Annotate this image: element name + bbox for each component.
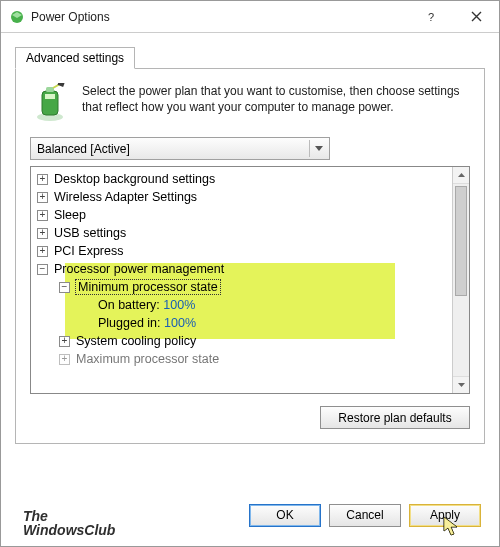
watermark-brand: The WindowsClub xyxy=(23,509,115,538)
value-on-battery[interactable]: 100% xyxy=(163,298,195,312)
tree-label: Wireless Adapter Settings xyxy=(54,190,197,204)
titlebar: Power Options ? xyxy=(1,1,499,33)
tree-item-max-processor-state[interactable]: + Maximum processor state xyxy=(37,350,469,368)
restore-defaults-button[interactable]: Restore plan defaults xyxy=(320,406,470,429)
tab-panel: Select the power plan that you want to c… xyxy=(15,68,485,444)
close-button[interactable] xyxy=(454,1,499,33)
expand-icon[interactable]: + xyxy=(37,228,48,239)
tree-label: PCI Express xyxy=(54,244,123,258)
spacer xyxy=(81,300,92,311)
expand-icon[interactable]: + xyxy=(37,210,48,221)
tree-item-min-processor-state[interactable]: − Minimum processor state xyxy=(37,278,469,296)
button-label: Restore plan defaults xyxy=(338,411,451,425)
tree-value-plugged-in[interactable]: Plugged in: 100% xyxy=(37,314,469,332)
tree-label: Processor power management xyxy=(54,262,224,276)
expand-icon[interactable]: + xyxy=(37,174,48,185)
tree-label: Sleep xyxy=(54,208,86,222)
svg-rect-6 xyxy=(57,83,64,87)
brand-line1: The xyxy=(23,509,115,524)
svg-rect-5 xyxy=(45,94,55,99)
tree-label: System cooling policy xyxy=(76,334,196,348)
tree-label: Desktop background settings xyxy=(54,172,215,186)
button-label: OK xyxy=(276,508,293,522)
apply-button[interactable]: Apply xyxy=(409,504,481,527)
intro-row: Select the power plan that you want to c… xyxy=(30,83,470,123)
expand-icon[interactable]: + xyxy=(37,246,48,257)
button-label: Cancel xyxy=(346,508,383,522)
scroll-down-icon[interactable] xyxy=(453,376,469,393)
settings-tree[interactable]: + Desktop background settings + Wireless… xyxy=(30,166,470,394)
tab-strip: Advanced settings xyxy=(15,43,485,69)
ok-button[interactable]: OK xyxy=(249,504,321,527)
tree-label: USB settings xyxy=(54,226,126,240)
tree-value-on-battery[interactable]: On battery: 100% xyxy=(37,296,469,314)
tree-label: Maximum processor state xyxy=(76,352,219,366)
window-title: Power Options xyxy=(31,10,409,24)
svg-text:?: ? xyxy=(428,11,434,23)
tree-item-desktop-background[interactable]: + Desktop background settings xyxy=(37,170,469,188)
tree-item-pci-express[interactable]: + PCI Express xyxy=(37,242,469,260)
tab-advanced-settings[interactable]: Advanced settings xyxy=(15,47,135,69)
chevron-down-icon xyxy=(309,140,327,157)
collapse-icon[interactable]: − xyxy=(59,282,70,293)
cancel-button[interactable]: Cancel xyxy=(329,504,401,527)
brand-line2: WindowsClub xyxy=(23,523,115,538)
plan-select[interactable]: Balanced [Active] xyxy=(30,137,330,160)
expand-icon[interactable]: + xyxy=(59,354,70,365)
tree-item-system-cooling[interactable]: + System cooling policy xyxy=(37,332,469,350)
expand-icon[interactable]: + xyxy=(37,192,48,203)
spacer xyxy=(81,318,92,329)
intro-text: Select the power plan that you want to c… xyxy=(82,83,470,123)
tree-item-wireless-adapter[interactable]: + Wireless Adapter Settings xyxy=(37,188,469,206)
tab-label: Advanced settings xyxy=(26,51,124,65)
button-label: Apply xyxy=(430,508,460,522)
app-icon xyxy=(9,9,25,25)
expand-icon[interactable]: + xyxy=(59,336,70,347)
svg-rect-4 xyxy=(46,87,54,92)
plan-select-value: Balanced [Active] xyxy=(37,142,130,156)
tree-item-usb-settings[interactable]: + USB settings xyxy=(37,224,469,242)
help-button[interactable]: ? xyxy=(409,1,454,33)
battery-icon xyxy=(30,83,70,123)
tree-item-sleep[interactable]: + Sleep xyxy=(37,206,469,224)
collapse-icon[interactable]: − xyxy=(37,264,48,275)
value-plugged-in[interactable]: 100% xyxy=(164,316,196,330)
value-label: Plugged in: xyxy=(98,316,161,330)
tree-label-selected: Minimum processor state xyxy=(76,280,220,294)
tree-item-processor-power-mgmt[interactable]: − Processor power management xyxy=(37,260,469,278)
value-label: On battery: xyxy=(98,298,160,312)
